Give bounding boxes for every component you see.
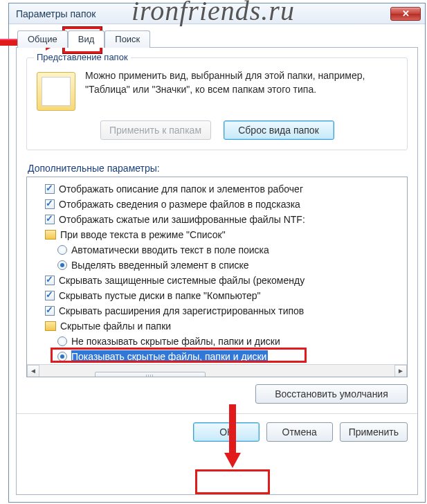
radio-icon[interactable] [57, 245, 67, 255]
window-title: Параметры папок [16, 8, 390, 19]
client-area: Общие Вид Поиск Представление папок Можн… [9, 24, 425, 502]
tab-search[interactable]: Поиск [105, 30, 150, 48]
checkbox-icon[interactable] [45, 184, 55, 194]
ok-button[interactable]: ОК [193, 422, 260, 442]
close-icon: ✕ [402, 8, 410, 19]
tab-general[interactable]: Общие [17, 30, 68, 48]
folder-icon [45, 321, 56, 331]
option-hide-extensions[interactable]: Скрывать расширения для зарегистрированн… [33, 303, 404, 318]
option-hide-protected[interactable]: Скрывать защищенные системные файлы (рек… [33, 273, 404, 288]
radio-icon[interactable] [57, 260, 67, 270]
scroll-right-button[interactable]: ► [394, 365, 407, 377]
folder-icon [37, 72, 75, 111]
tab-panel-view: Представление папок Можно применить вид,… [16, 47, 418, 495]
tab-strip: Общие Вид Поиск [17, 30, 418, 47]
option-auto-type-search[interactable]: Автоматически вводить текст в поле поиск… [33, 242, 404, 258]
cancel-button[interactable]: Отмена [266, 422, 333, 442]
option-select-typed-item[interactable]: Выделять введенный элемент в списке [33, 258, 404, 273]
option-hide-empty-drives[interactable]: Скрывать пустые диски в папке "Компьютер… [33, 288, 404, 303]
checkbox-icon[interactable] [45, 215, 55, 224]
apply-to-folders-button: Применить к папкам [100, 120, 211, 140]
horizontal-scrollbar[interactable]: ◄ ► [27, 364, 407, 377]
radio-icon[interactable] [57, 352, 67, 361]
group-title: Представление папок [34, 52, 131, 62]
option-dont-show-hidden[interactable]: Не показывать скрытые файлы, папки и дис… [33, 334, 404, 349]
apply-button[interactable]: Применить [340, 422, 408, 442]
radio-icon[interactable] [57, 336, 67, 346]
reset-folders-button[interactable]: Сброс вида папок [224, 120, 334, 140]
option-show-descriptions[interactable]: Отображать описание для папок и элементо… [33, 181, 404, 197]
checkbox-icon[interactable] [45, 291, 55, 300]
checkbox-icon[interactable] [45, 306, 55, 316]
checkbox-icon[interactable] [45, 199, 55, 209]
folder-views-group: Представление папок Можно применить вид,… [26, 57, 408, 150]
folder-options-dialog: Параметры папок ✕ Общие Вид Поиск Предст… [8, 3, 426, 503]
option-show-hidden[interactable]: Показывать скрытые файлы, папки и диски [33, 349, 404, 364]
close-button[interactable]: ✕ [390, 7, 421, 21]
restore-defaults-button[interactable]: Восстановить умолчания [255, 384, 408, 404]
option-show-size-info[interactable]: Отображать сведения о размере файлов в п… [33, 197, 404, 212]
titlebar: Параметры папок ✕ [9, 3, 425, 24]
tab-view[interactable]: Вид [68, 30, 105, 48]
advanced-settings-tree: Отображать описание для папок и элементо… [26, 177, 408, 377]
folder-icon [45, 230, 56, 240]
option-show-ntfs[interactable]: Отображать сжатые или зашифрованные файл… [33, 212, 404, 227]
group-list-typing: При вводе текста в режиме "Список" [33, 227, 404, 242]
advanced-settings-label: Дополнительные параметры: [28, 163, 408, 174]
scroll-thumb[interactable] [95, 372, 206, 378]
group-hidden-files: Скрытые файлы и папки [33, 318, 404, 334]
scroll-left-button[interactable]: ◄ [27, 365, 39, 377]
checkbox-icon[interactable] [45, 276, 55, 285]
group-description: Можно применить вид, выбранный для этой … [85, 69, 397, 111]
